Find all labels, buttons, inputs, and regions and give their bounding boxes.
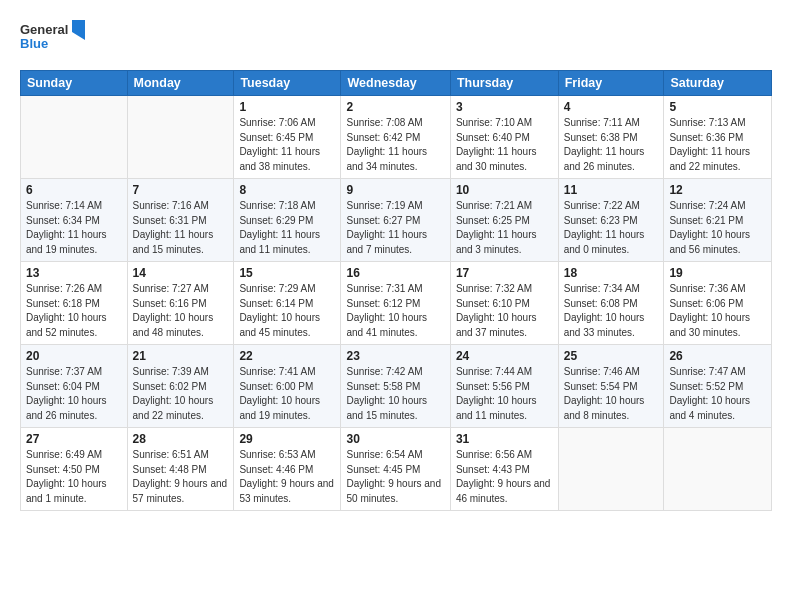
day-number: 21 xyxy=(133,349,229,363)
calendar-week-row: 27Sunrise: 6:49 AMSunset: 4:50 PMDayligh… xyxy=(21,428,772,511)
weekday-header-saturday: Saturday xyxy=(664,71,772,96)
calendar-cell: 21Sunrise: 7:39 AMSunset: 6:02 PMDayligh… xyxy=(127,345,234,428)
calendar-cell: 5Sunrise: 7:13 AMSunset: 6:36 PMDaylight… xyxy=(664,96,772,179)
day-detail: Sunrise: 6:56 AMSunset: 4:43 PMDaylight:… xyxy=(456,448,553,506)
weekday-header-row: SundayMondayTuesdayWednesdayThursdayFrid… xyxy=(21,71,772,96)
day-detail: Sunrise: 6:53 AMSunset: 4:46 PMDaylight:… xyxy=(239,448,335,506)
calendar-week-row: 6Sunrise: 7:14 AMSunset: 6:34 PMDaylight… xyxy=(21,179,772,262)
calendar-cell: 17Sunrise: 7:32 AMSunset: 6:10 PMDayligh… xyxy=(450,262,558,345)
day-number: 1 xyxy=(239,100,335,114)
day-number: 16 xyxy=(346,266,444,280)
day-number: 30 xyxy=(346,432,444,446)
svg-text:Blue: Blue xyxy=(20,36,48,51)
day-detail: Sunrise: 7:31 AMSunset: 6:12 PMDaylight:… xyxy=(346,282,444,340)
calendar-cell: 13Sunrise: 7:26 AMSunset: 6:18 PMDayligh… xyxy=(21,262,128,345)
day-detail: Sunrise: 7:47 AMSunset: 5:52 PMDaylight:… xyxy=(669,365,766,423)
calendar-week-row: 13Sunrise: 7:26 AMSunset: 6:18 PMDayligh… xyxy=(21,262,772,345)
day-detail: Sunrise: 7:19 AMSunset: 6:27 PMDaylight:… xyxy=(346,199,444,257)
day-detail: Sunrise: 7:32 AMSunset: 6:10 PMDaylight:… xyxy=(456,282,553,340)
calendar-cell: 9Sunrise: 7:19 AMSunset: 6:27 PMDaylight… xyxy=(341,179,450,262)
calendar-cell: 4Sunrise: 7:11 AMSunset: 6:38 PMDaylight… xyxy=(558,96,664,179)
day-number: 2 xyxy=(346,100,444,114)
day-detail: Sunrise: 7:34 AMSunset: 6:08 PMDaylight:… xyxy=(564,282,659,340)
calendar-cell: 25Sunrise: 7:46 AMSunset: 5:54 PMDayligh… xyxy=(558,345,664,428)
day-detail: Sunrise: 7:29 AMSunset: 6:14 PMDaylight:… xyxy=(239,282,335,340)
day-number: 18 xyxy=(564,266,659,280)
day-detail: Sunrise: 7:24 AMSunset: 6:21 PMDaylight:… xyxy=(669,199,766,257)
day-detail: Sunrise: 7:36 AMSunset: 6:06 PMDaylight:… xyxy=(669,282,766,340)
weekday-header-thursday: Thursday xyxy=(450,71,558,96)
calendar-cell: 15Sunrise: 7:29 AMSunset: 6:14 PMDayligh… xyxy=(234,262,341,345)
calendar-cell: 30Sunrise: 6:54 AMSunset: 4:45 PMDayligh… xyxy=(341,428,450,511)
day-detail: Sunrise: 6:54 AMSunset: 4:45 PMDaylight:… xyxy=(346,448,444,506)
day-number: 31 xyxy=(456,432,553,446)
logo-svg: General Blue xyxy=(20,18,90,60)
day-number: 13 xyxy=(26,266,122,280)
day-detail: Sunrise: 7:39 AMSunset: 6:02 PMDaylight:… xyxy=(133,365,229,423)
weekday-header-tuesday: Tuesday xyxy=(234,71,341,96)
day-number: 24 xyxy=(456,349,553,363)
day-number: 11 xyxy=(564,183,659,197)
day-detail: Sunrise: 7:06 AMSunset: 6:45 PMDaylight:… xyxy=(239,116,335,174)
day-number: 25 xyxy=(564,349,659,363)
day-number: 15 xyxy=(239,266,335,280)
day-detail: Sunrise: 7:37 AMSunset: 6:04 PMDaylight:… xyxy=(26,365,122,423)
calendar-cell: 19Sunrise: 7:36 AMSunset: 6:06 PMDayligh… xyxy=(664,262,772,345)
day-number: 29 xyxy=(239,432,335,446)
weekday-header-wednesday: Wednesday xyxy=(341,71,450,96)
calendar-cell: 12Sunrise: 7:24 AMSunset: 6:21 PMDayligh… xyxy=(664,179,772,262)
weekday-header-friday: Friday xyxy=(558,71,664,96)
day-detail: Sunrise: 6:49 AMSunset: 4:50 PMDaylight:… xyxy=(26,448,122,506)
day-detail: Sunrise: 7:21 AMSunset: 6:25 PMDaylight:… xyxy=(456,199,553,257)
calendar-cell xyxy=(127,96,234,179)
calendar-cell: 16Sunrise: 7:31 AMSunset: 6:12 PMDayligh… xyxy=(341,262,450,345)
day-number: 5 xyxy=(669,100,766,114)
calendar-cell xyxy=(664,428,772,511)
calendar-cell: 14Sunrise: 7:27 AMSunset: 6:16 PMDayligh… xyxy=(127,262,234,345)
calendar-cell: 28Sunrise: 6:51 AMSunset: 4:48 PMDayligh… xyxy=(127,428,234,511)
calendar-cell: 18Sunrise: 7:34 AMSunset: 6:08 PMDayligh… xyxy=(558,262,664,345)
calendar-cell: 10Sunrise: 7:21 AMSunset: 6:25 PMDayligh… xyxy=(450,179,558,262)
calendar-week-row: 20Sunrise: 7:37 AMSunset: 6:04 PMDayligh… xyxy=(21,345,772,428)
day-number: 26 xyxy=(669,349,766,363)
day-number: 20 xyxy=(26,349,122,363)
calendar-cell: 8Sunrise: 7:18 AMSunset: 6:29 PMDaylight… xyxy=(234,179,341,262)
day-detail: Sunrise: 7:18 AMSunset: 6:29 PMDaylight:… xyxy=(239,199,335,257)
calendar-cell: 20Sunrise: 7:37 AMSunset: 6:04 PMDayligh… xyxy=(21,345,128,428)
page-header: General Blue xyxy=(20,18,772,60)
weekday-header-monday: Monday xyxy=(127,71,234,96)
day-number: 3 xyxy=(456,100,553,114)
calendar-cell: 3Sunrise: 7:10 AMSunset: 6:40 PMDaylight… xyxy=(450,96,558,179)
calendar-cell: 27Sunrise: 6:49 AMSunset: 4:50 PMDayligh… xyxy=(21,428,128,511)
day-number: 28 xyxy=(133,432,229,446)
calendar-cell: 2Sunrise: 7:08 AMSunset: 6:42 PMDaylight… xyxy=(341,96,450,179)
day-number: 4 xyxy=(564,100,659,114)
day-number: 9 xyxy=(346,183,444,197)
calendar-cell xyxy=(558,428,664,511)
day-number: 14 xyxy=(133,266,229,280)
svg-text:General: General xyxy=(20,22,68,37)
calendar-cell: 7Sunrise: 7:16 AMSunset: 6:31 PMDaylight… xyxy=(127,179,234,262)
calendar-cell: 29Sunrise: 6:53 AMSunset: 4:46 PMDayligh… xyxy=(234,428,341,511)
weekday-header-sunday: Sunday xyxy=(21,71,128,96)
calendar-cell: 23Sunrise: 7:42 AMSunset: 5:58 PMDayligh… xyxy=(341,345,450,428)
day-detail: Sunrise: 7:44 AMSunset: 5:56 PMDaylight:… xyxy=(456,365,553,423)
day-number: 17 xyxy=(456,266,553,280)
day-detail: Sunrise: 6:51 AMSunset: 4:48 PMDaylight:… xyxy=(133,448,229,506)
day-number: 6 xyxy=(26,183,122,197)
calendar-cell: 26Sunrise: 7:47 AMSunset: 5:52 PMDayligh… xyxy=(664,345,772,428)
calendar-cell: 6Sunrise: 7:14 AMSunset: 6:34 PMDaylight… xyxy=(21,179,128,262)
day-detail: Sunrise: 7:08 AMSunset: 6:42 PMDaylight:… xyxy=(346,116,444,174)
calendar-cell: 1Sunrise: 7:06 AMSunset: 6:45 PMDaylight… xyxy=(234,96,341,179)
day-number: 23 xyxy=(346,349,444,363)
day-detail: Sunrise: 7:11 AMSunset: 6:38 PMDaylight:… xyxy=(564,116,659,174)
day-number: 12 xyxy=(669,183,766,197)
day-number: 27 xyxy=(26,432,122,446)
calendar-cell: 24Sunrise: 7:44 AMSunset: 5:56 PMDayligh… xyxy=(450,345,558,428)
day-detail: Sunrise: 7:10 AMSunset: 6:40 PMDaylight:… xyxy=(456,116,553,174)
day-detail: Sunrise: 7:22 AMSunset: 6:23 PMDaylight:… xyxy=(564,199,659,257)
day-number: 19 xyxy=(669,266,766,280)
day-detail: Sunrise: 7:46 AMSunset: 5:54 PMDaylight:… xyxy=(564,365,659,423)
day-detail: Sunrise: 7:41 AMSunset: 6:00 PMDaylight:… xyxy=(239,365,335,423)
calendar-cell xyxy=(21,96,128,179)
